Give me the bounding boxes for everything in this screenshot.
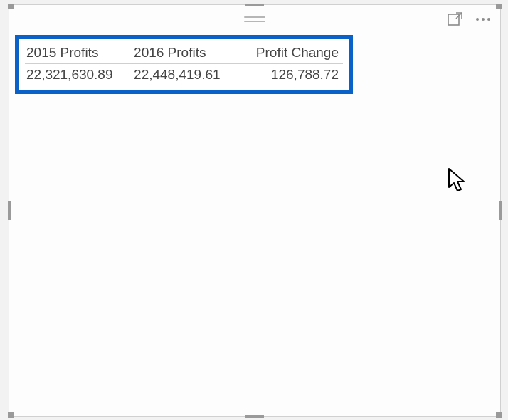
visual-container[interactable]: 2015 Profits 2016 Profits Profit Change … [9,4,501,417]
column-header[interactable]: 2015 Profits [25,43,132,64]
column-header[interactable]: Profit Change [240,43,343,64]
cell: 126,788.72 [240,64,343,85]
table-highlight: 2015 Profits 2016 Profits Profit Change … [15,35,353,94]
more-options-icon[interactable] [476,18,490,21]
resize-handle-left[interactable] [8,201,11,220]
cell: 22,448,419.61 [132,64,240,85]
resize-handle-bl[interactable] [8,412,14,418]
resize-handle-br[interactable] [496,412,502,418]
svg-rect-0 [448,14,459,25]
visual-toolbar [448,12,490,26]
mouse-cursor-icon [448,167,467,196]
resize-handle-right[interactable] [499,201,502,220]
drag-handle-icon[interactable] [244,16,265,22]
column-header[interactable]: 2016 Profits [132,43,240,64]
visual-header [9,5,500,32]
table-row[interactable]: 22,321,630.89 22,448,419.61 126,788.72 [25,64,343,85]
table-header-row: 2015 Profits 2016 Profits Profit Change [25,43,343,64]
profit-table: 2015 Profits 2016 Profits Profit Change … [25,43,343,84]
focus-mode-icon[interactable] [448,12,463,26]
cell: 22,321,630.89 [25,64,132,85]
resize-handle-bottom[interactable] [245,415,264,418]
